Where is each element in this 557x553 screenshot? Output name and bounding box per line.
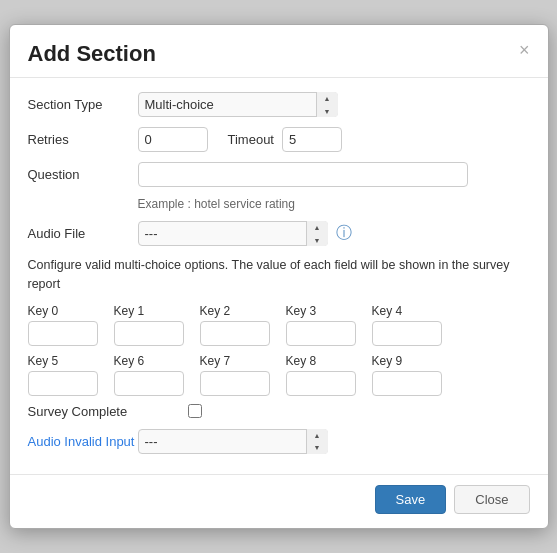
timeout-input[interactable]	[282, 127, 342, 152]
retries-label: Retries	[28, 132, 138, 147]
key-5-label: Key 5	[28, 354, 98, 368]
audio-invalid-label: Audio Invalid Input	[28, 434, 138, 449]
audio-file-label: Audio File	[28, 226, 138, 241]
dialog-body: Section Type Multi-choice Single-choice …	[10, 78, 548, 474]
key-9-input[interactable]	[372, 371, 442, 396]
key-0-input[interactable]	[28, 321, 98, 346]
timeout-group: Timeout	[228, 127, 342, 152]
survey-complete-label: Survey Complete	[28, 404, 188, 419]
key-9-label: Key 9	[372, 354, 442, 368]
dialog-footer: Save Close	[10, 474, 548, 528]
key-0-group: Key 0	[28, 304, 98, 346]
section-type-select-wrapper: Multi-choice Single-choice Open-ended In…	[138, 92, 338, 117]
timeout-label: Timeout	[228, 132, 274, 147]
key-4-input[interactable]	[372, 321, 442, 346]
key-3-label: Key 3	[286, 304, 356, 318]
dialog-title: Add Section	[28, 41, 156, 67]
example-text: Example : hotel service rating	[138, 197, 530, 211]
key-7-group: Key 7	[200, 354, 270, 396]
key-1-label: Key 1	[114, 304, 184, 318]
key-5-group: Key 5	[28, 354, 98, 396]
audio-invalid-select[interactable]: ---	[138, 429, 328, 454]
dialog-header: Add Section ×	[10, 25, 548, 78]
key-8-label: Key 8	[286, 354, 356, 368]
close-button[interactable]: Close	[454, 485, 529, 514]
key-1-group: Key 1	[114, 304, 184, 346]
audio-invalid-select-wrapper: --- ▲ ▼	[138, 429, 328, 454]
retries-input[interactable]	[138, 127, 208, 152]
audio-invalid-row: Audio Invalid Input --- ▲ ▼	[28, 429, 530, 454]
key-2-label: Key 2	[200, 304, 270, 318]
info-icon[interactable]: ⓘ	[336, 223, 352, 244]
key-3-group: Key 3	[286, 304, 356, 346]
add-section-dialog: Add Section × Section Type Multi-choice …	[9, 24, 549, 529]
key-2-input[interactable]	[200, 321, 270, 346]
key-6-input[interactable]	[114, 371, 184, 396]
key-5-input[interactable]	[28, 371, 98, 396]
key-1-input[interactable]	[114, 321, 184, 346]
save-button[interactable]: Save	[375, 485, 447, 514]
question-input[interactable]	[138, 162, 468, 187]
key-8-group: Key 8	[286, 354, 356, 396]
section-type-row: Section Type Multi-choice Single-choice …	[28, 92, 530, 117]
key-3-input[interactable]	[286, 321, 356, 346]
key-8-input[interactable]	[286, 371, 356, 396]
question-row: Question	[28, 162, 530, 187]
key-6-group: Key 6	[114, 354, 184, 396]
key-6-label: Key 6	[114, 354, 184, 368]
key-2-group: Key 2	[200, 304, 270, 346]
survey-complete-row: Survey Complete	[28, 404, 530, 419]
key-7-label: Key 7	[200, 354, 270, 368]
question-label: Question	[28, 167, 138, 182]
section-type-select[interactable]: Multi-choice Single-choice Open-ended In…	[138, 92, 338, 117]
audio-file-row: Audio File --- ▲ ▼ ⓘ	[28, 221, 530, 246]
key-7-input[interactable]	[200, 371, 270, 396]
audio-file-select-wrapper: --- ▲ ▼	[138, 221, 328, 246]
key-0-label: Key 0	[28, 304, 98, 318]
keys-row-1: Key 0 Key 1 Key 2 Key 3 Key 4	[28, 304, 530, 346]
retries-timeout-row: Retries Timeout	[28, 127, 530, 152]
survey-complete-checkbox[interactable]	[188, 404, 202, 418]
audio-file-select[interactable]: ---	[138, 221, 328, 246]
config-text: Configure valid multi-choice options. Th…	[28, 256, 530, 294]
keys-row-2: Key 5 Key 6 Key 7 Key 8 Key 9	[28, 354, 530, 396]
section-type-label: Section Type	[28, 97, 138, 112]
key-4-group: Key 4	[372, 304, 442, 346]
key-9-group: Key 9	[372, 354, 442, 396]
close-icon[interactable]: ×	[519, 41, 530, 59]
key-4-label: Key 4	[372, 304, 442, 318]
